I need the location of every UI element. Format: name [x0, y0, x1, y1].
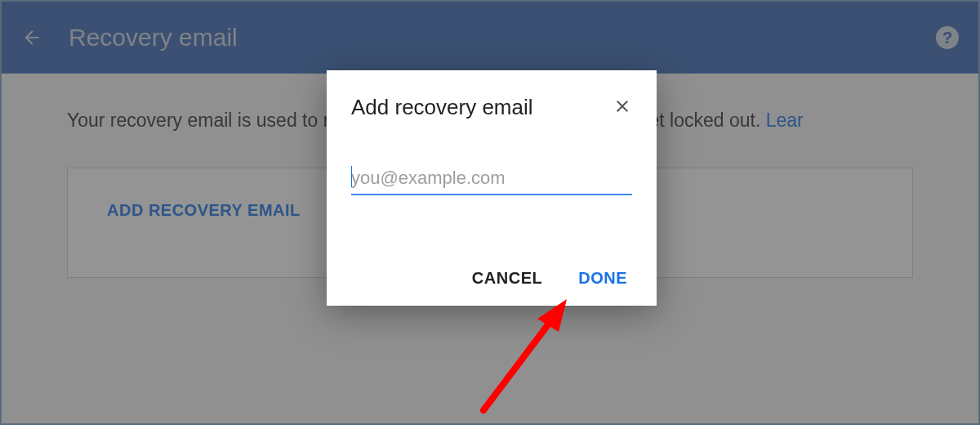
email-field-wrapper — [351, 164, 632, 195]
dialog-actions: CANCEL DONE — [351, 269, 632, 288]
cancel-button[interactable]: CANCEL — [472, 269, 542, 288]
text-caret — [351, 166, 352, 187]
done-button[interactable]: DONE — [578, 269, 627, 288]
close-icon[interactable] — [612, 96, 632, 119]
recovery-email-input[interactable] — [351, 164, 632, 195]
dialog-title: Add recovery email — [351, 95, 533, 120]
dialog-header: Add recovery email — [351, 95, 632, 120]
add-recovery-email-dialog: Add recovery email CANCEL DONE — [327, 70, 657, 306]
